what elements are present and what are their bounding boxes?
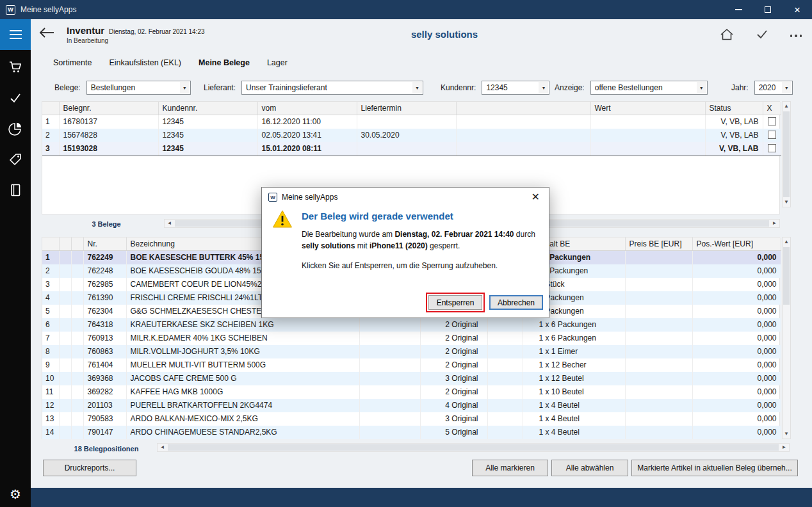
wert-cell	[590, 115, 705, 129]
menge-cell: 2 Original	[420, 332, 487, 345]
kundennr-dropdown[interactable]: 12345 ▾	[482, 81, 549, 95]
artikelnr-cell: 201103	[83, 399, 126, 412]
row-checkbox[interactable]	[768, 144, 776, 152]
scroll-up-icon[interactable]: ▲	[783, 237, 790, 246]
bezeichnung-cell: MUELLER MULTI-VIT BUTTERM 500G	[126, 358, 359, 372]
pie-chart-icon[interactable]	[0, 119, 31, 138]
chevron-down-icon: ▾	[180, 82, 190, 93]
marker-cell	[59, 345, 71, 358]
position-row[interactable]: 8760863MILR.VOLLMI-JOGHURT 3,5% 10KG2 Or…	[42, 345, 781, 358]
cart-icon[interactable]	[0, 58, 31, 77]
filter-label: Anzeige:	[555, 83, 585, 92]
position-row[interactable]: 10369368JACOBS CAFE CREME 500 G3 Origina…	[42, 372, 781, 385]
spacer-cell	[359, 426, 420, 439]
tab-einkaufslisten[interactable]: Einkaufslisten (EKL)	[109, 58, 181, 67]
poswert-cell: 0,000	[692, 250, 781, 264]
col-poswert[interactable]: Pos.-Wert [EUR]	[692, 237, 781, 250]
col-status[interactable]: Status	[705, 102, 763, 115]
dialog-titlebar: W Meine sellyApps ✕	[262, 188, 549, 207]
row-number: 5	[42, 305, 59, 318]
scroll-down-icon[interactable]: ▼	[783, 198, 790, 207]
warning-icon	[272, 209, 293, 271]
tab-lager[interactable]: Lager	[267, 58, 288, 67]
scrollbar-thumb[interactable]	[783, 111, 790, 197]
druckreports-button[interactable]: Druckreports...	[43, 460, 136, 476]
alle-markieren-button[interactable]: Alle markieren	[472, 460, 548, 476]
scroll-up-icon[interactable]: ▲	[783, 102, 790, 111]
minimize-button[interactable]	[724, 0, 753, 19]
uebernehmen-button[interactable]: Markierte Artikel in aktuellen Beleg übe…	[631, 460, 798, 476]
alle-abwaehlen-button[interactable]: Alle abwählen	[551, 460, 628, 476]
positions-vertical-scrollbar[interactable]: ▲ ▼	[782, 237, 791, 439]
tab-meine-belege[interactable]: Meine Belege	[199, 58, 250, 67]
catalog-icon[interactable]	[0, 181, 31, 200]
tasks-check-icon[interactable]	[0, 88, 31, 108]
scroll-left-icon[interactable]: ◄	[158, 444, 167, 451]
marker-cell	[59, 291, 71, 305]
close-button[interactable]: ×	[783, 0, 812, 19]
marker-cell	[59, 250, 71, 264]
position-row[interactable]: 13790583ARDO BALKAN-MEXICO-MIX 2,5KG3 Or…	[42, 412, 781, 426]
spacer-cell	[359, 318, 420, 332]
scrollbar-thumb[interactable]	[168, 444, 779, 451]
artikelnr-cell: 790583	[83, 412, 126, 426]
scroll-left-icon[interactable]: ◄	[165, 220, 174, 227]
position-row[interactable]: 6764318KRAEUTERKAESE SKZ SCHEIBEN 1KG2 O…	[42, 318, 781, 332]
row-checkbox[interactable]	[768, 131, 776, 139]
position-row[interactable]: 14790147ARDO CHINAGEMUESE STANDAR2,5KG5 …	[42, 426, 781, 439]
lieferant-dropdown[interactable]: Unser Trainingslieferant ▾	[241, 81, 423, 95]
order-row[interactable]: 2156748281234502.05.2020 13:4130.05.2020…	[42, 129, 781, 142]
col-preis[interactable]: Preis BE [EUR]	[625, 237, 692, 250]
tag-icon[interactable]	[0, 150, 31, 169]
col-belegnr[interactable]: Belegnr.	[59, 102, 158, 115]
jahr-dropdown[interactable]: 2020 ▾	[754, 81, 793, 95]
back-button[interactable]	[38, 27, 55, 41]
menge-cell: 2 Original	[420, 385, 487, 399]
col-liefertermin[interactable]: Liefertermin	[357, 102, 456, 115]
order-row[interactable]: 3151930281234515.01.2020 08:11V, VB, LAB	[42, 142, 781, 156]
row-checkbox[interactable]	[768, 117, 776, 125]
more-options-icon[interactable]	[790, 35, 802, 37]
home-icon[interactable]	[720, 28, 734, 44]
scrollbar-thumb[interactable]	[783, 247, 790, 305]
abbrechen-button[interactable]: Abbrechen	[489, 295, 543, 310]
menge-cell: 3 Original	[420, 412, 487, 426]
position-row[interactable]: 11369282KAFFEE HAG MKB 1000G2 Original1 …	[42, 385, 781, 399]
scroll-right-icon[interactable]: ►	[779, 444, 789, 451]
col-vom[interactable]: vom	[257, 102, 357, 115]
preis-cell	[625, 385, 692, 399]
filter-label: Jahr:	[731, 83, 749, 92]
maximize-button[interactable]	[753, 0, 783, 19]
positions-horizontal-scrollbar[interactable]: ◄ ►	[157, 443, 790, 452]
artikelnr-cell: 369282	[83, 385, 126, 399]
spacer-cell	[359, 399, 420, 412]
marker-cell	[59, 332, 71, 345]
wert-cell	[590, 129, 705, 142]
bezeichnung-cell: KAFFEE HAG MKB 1000G	[126, 385, 359, 399]
position-row[interactable]: 12201103PUERELL BRATKARTOFFELN 2KG44744 …	[42, 399, 781, 412]
col-nr[interactable]: Nr.	[83, 237, 126, 250]
entsperren-button[interactable]: Entsperren	[428, 295, 482, 310]
inhalt-cell: 1 x 6 Packungen	[523, 332, 625, 345]
orders-vertical-scrollbar[interactable]: ▲ ▼	[782, 101, 791, 207]
position-row[interactable]: 9761404MUELLER MULTI-VIT BUTTERM 500G2 O…	[42, 358, 781, 372]
spacer-cell	[487, 385, 523, 399]
scroll-right-icon[interactable]: ►	[770, 220, 779, 227]
menu-icon[interactable]	[0, 19, 31, 50]
tab-sortimente[interactable]: Sortimente	[53, 58, 92, 67]
position-row[interactable]: 7760913MILR.K.EDAMER 40% 1KG SCHEIBEN2 O…	[42, 332, 781, 345]
belege-dropdown[interactable]: Bestellungen ▾	[86, 81, 191, 95]
dropdown-value: Bestellungen	[91, 83, 135, 92]
dialog-body-text: Die Bearbeitung wurde am Dienstag, 02. F…	[302, 229, 540, 252]
col-x[interactable]: X	[763, 102, 781, 115]
col-kundennr[interactable]: Kundennr.	[158, 102, 257, 115]
order-row[interactable]: 1167801371234516.12.2020 11:00V, VB, LAB	[42, 115, 781, 129]
col-wert[interactable]: Wert	[590, 102, 705, 115]
poswert-cell: 0,000	[692, 412, 781, 426]
settings-gear-icon[interactable]: ⚙	[0, 485, 31, 504]
preis-cell	[625, 372, 692, 385]
close-icon[interactable]: ✕	[529, 191, 542, 204]
confirm-check-icon[interactable]	[755, 28, 769, 44]
scroll-down-icon[interactable]: ▼	[783, 430, 790, 439]
anzeige-dropdown[interactable]: offene Bestellungen ▾	[590, 81, 708, 95]
